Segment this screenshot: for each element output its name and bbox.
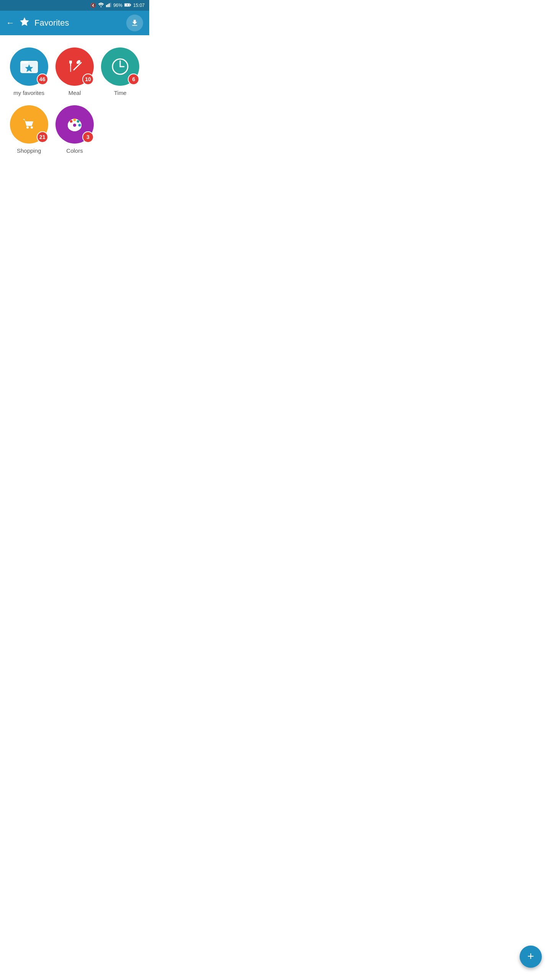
svg-point-29 xyxy=(77,120,79,123)
app-bar: ← Favorites xyxy=(0,11,149,35)
my-favorites-label: my favorites xyxy=(13,90,44,96)
status-bar: 🔇 96% 15:07 xyxy=(0,0,149,11)
svg-rect-3 xyxy=(109,3,110,7)
meal-circle-wrapper: 10 xyxy=(55,47,94,86)
shopping-circle-wrapper: 21 xyxy=(10,105,48,144)
shopping-badge: 21 xyxy=(37,131,48,143)
mute-icon: 🔇 xyxy=(90,3,96,8)
meal-label: Meal xyxy=(68,90,81,96)
colors-badge: 3 xyxy=(82,131,94,143)
category-shopping[interactable]: 21 Shopping xyxy=(8,105,50,154)
meal-badge: 10 xyxy=(82,74,94,85)
category-time[interactable]: 6 Time xyxy=(99,47,142,96)
wifi-icon xyxy=(98,3,104,8)
category-my-favorites[interactable]: 46 my favorites xyxy=(8,47,50,96)
battery-text: 96% xyxy=(113,3,122,8)
my-favorites-badge: 46 xyxy=(37,74,48,85)
download-button[interactable] xyxy=(126,15,143,31)
status-icons: 🔇 96% 15:07 xyxy=(90,3,145,8)
time: 15:07 xyxy=(133,3,145,8)
svg-point-26 xyxy=(73,124,76,127)
svg-rect-2 xyxy=(107,4,108,7)
star-icon xyxy=(19,16,30,30)
svg-point-28 xyxy=(73,119,76,121)
svg-rect-4 xyxy=(110,3,111,7)
back-button[interactable]: ← xyxy=(6,18,15,28)
svg-rect-14 xyxy=(69,60,70,64)
app-bar-title: Favorites xyxy=(34,18,69,28)
svg-rect-1 xyxy=(106,5,107,7)
svg-rect-15 xyxy=(71,60,72,64)
battery-icon xyxy=(124,3,131,8)
svg-point-27 xyxy=(70,120,72,123)
app-bar-left: ← Favorites xyxy=(6,16,69,30)
shopping-label: Shopping xyxy=(17,147,41,154)
colors-label: Colors xyxy=(66,147,83,154)
svg-point-30 xyxy=(78,124,81,127)
svg-point-22 xyxy=(26,126,29,129)
time-label: Time xyxy=(114,90,127,96)
time-circle-wrapper: 6 xyxy=(101,47,139,86)
colors-circle-wrapper: 3 xyxy=(55,105,94,144)
category-colors[interactable]: 3 Colors xyxy=(53,105,96,154)
svg-rect-16 xyxy=(70,64,71,72)
category-meal[interactable]: 10 Meal xyxy=(53,47,96,96)
time-badge: 6 xyxy=(128,74,139,85)
my-favorites-circle-wrapper: 46 xyxy=(10,47,48,86)
svg-point-0 xyxy=(101,6,102,7)
category-grid: 46 my favorites 10 Meal xyxy=(0,35,149,162)
svg-rect-7 xyxy=(130,4,131,6)
signal-icon xyxy=(106,3,111,8)
svg-point-23 xyxy=(31,126,33,129)
